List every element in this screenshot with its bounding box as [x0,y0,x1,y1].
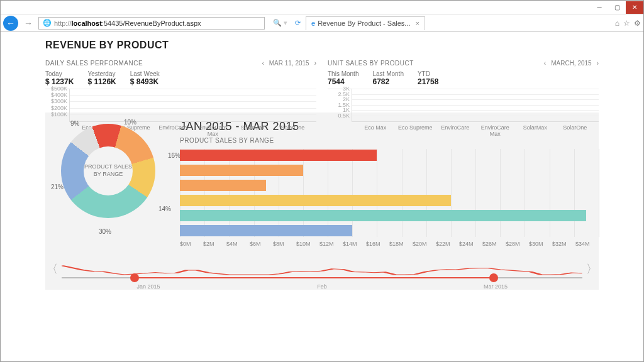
kpi-label: Last Month [372,70,403,77]
donut-slice-label: 14% [158,206,171,212]
globe-icon: 🌐 [43,19,52,27]
daily-date: MAR 11, 2015 [269,60,309,67]
tab-close-icon[interactable]: × [415,19,419,27]
forward-button[interactable]: → [21,16,36,31]
hbar [180,165,303,176]
hbar [180,180,266,191]
donut-center-label: PRODUCT SALES BY RANGE [84,163,133,178]
hbar [180,150,377,161]
hbar [180,195,451,206]
kpi-label: Today [45,70,74,77]
tools-icon[interactable]: ⚙ [634,19,641,28]
hbar [180,225,352,236]
range-next-button[interactable]: 〉 [586,261,597,277]
range-subtitle: PRODUCT SALES BY RANGE [180,137,599,144]
kpi-value: $ 1237K [45,77,74,86]
sparkline [62,253,582,278]
donut-slice-label: 30% [99,228,111,235]
kpi-value: $ 8493K [130,77,160,86]
slider-handle-right[interactable] [489,273,498,282]
search-icon[interactable]: 🔍 [273,19,282,27]
url-protocol: http:// [54,19,72,27]
window-titlebar: ─ ▢ ✕ [1,1,643,14]
donut-slice-label: 16% [168,152,180,159]
url-controls: 🔍▾ [267,19,292,27]
browser-navbar: ← → 🌐 http:// localhost :54435/RevenueBy… [1,14,643,32]
units-date: MARCH, 2015 [551,60,591,67]
units-date-picker[interactable]: ‹ MARCH, 2015 › [544,60,599,67]
sparkline-range-selector[interactable]: Jan 2015FebMar 2015 [62,253,582,285]
chevron-right-icon[interactable]: › [597,60,599,67]
url-host: localhost [72,19,102,27]
range-prev-button[interactable]: 〈 [47,261,58,277]
donut-slice-label: 21% [51,184,64,190]
tab-active[interactable]: e Revenue By Product - Sales... × [306,16,425,30]
url-path: :54435/RevenueByProduct.aspx [102,19,201,27]
kpi-value: $ 1126K [87,77,116,86]
favorites-icon[interactable]: ☆ [623,19,630,28]
units-kpis: This Month7544 Last Month6782 YTD21758 [328,70,599,89]
chevron-left-icon[interactable]: ‹ [544,60,546,67]
page-title: REVENUE BY PRODUCT [45,40,599,51]
home-icon[interactable]: ⌂ [615,19,619,28]
kpi-value: 6782 [372,77,403,86]
horizontal-bar-chart: $0M$2M$4M$6M$8M$10M$12M$14M$16M$18M$20M$… [180,149,599,247]
kpi-label: Last Week [130,70,160,77]
maximize-button[interactable]: ▢ [608,1,626,14]
hbar [180,210,586,221]
chevron-left-icon[interactable]: ‹ [262,60,264,67]
slider-handle-left[interactable] [130,273,139,282]
units-bar-chart: 0.5K1K1.5K2K2.5K3K Eco MaxEco SupremeEnv… [328,89,599,137]
kpi-value: 21758 [418,77,438,86]
refresh-button[interactable]: ⟳ [295,19,301,27]
kpi-label: YTD [418,70,438,77]
donut-chart: PRODUCT SALES BY RANGE 10%16%14%30%21%9% [45,120,171,222]
minimize-button[interactable]: ─ [591,1,608,14]
daily-kpis: Today$ 1237K Yesterday$ 1126K Last Week$… [45,70,316,89]
daily-date-picker[interactable]: ‹ MAR 11, 2015 › [262,60,316,67]
ie-icon: e [311,19,315,27]
tab-title: Revenue By Product - Sales... [318,19,410,27]
donut-slice-label: 10% [124,119,136,126]
kpi-label: Yesterday [87,70,116,77]
kpi-label: This Month [328,70,358,77]
back-button[interactable]: ← [3,16,18,31]
url-bar[interactable]: 🌐 http:// localhost :54435/RevenueByProd… [38,17,265,30]
slider-fill [135,277,494,278]
chevron-right-icon[interactable]: › [314,60,316,67]
close-button[interactable]: ✕ [626,1,643,14]
donut-slice-label: 9% [70,120,79,127]
kpi-value: 7544 [328,77,358,86]
